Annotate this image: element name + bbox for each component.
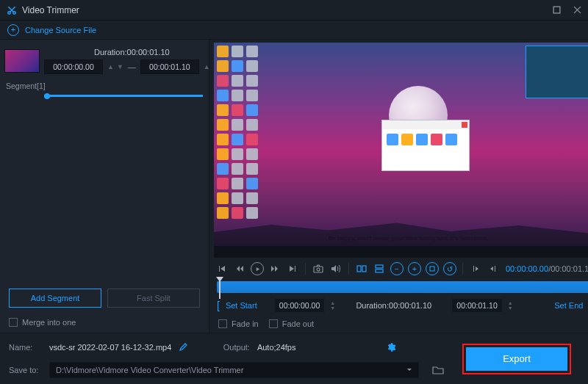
change-source-button[interactable]: + Change Source File — [0, 21, 588, 40]
fade-in-checkbox[interactable] — [218, 319, 227, 328]
name-label: Name: — [9, 343, 42, 352]
maximize-button[interactable] — [551, 5, 562, 15]
duration-label: Duration: — [94, 48, 127, 57]
end-dec[interactable]: ▼ — [508, 305, 513, 311]
name-value: vsdc-sr 2022-02-07 16-12-32.mp4 — [49, 343, 171, 352]
segment-progress[interactable] — [44, 95, 203, 97]
split-h-icon[interactable] — [355, 262, 368, 275]
zoom-in-icon[interactable]: + — [408, 262, 421, 275]
end-inc[interactable]: ▲ — [508, 300, 513, 305]
step-fwd-icon[interactable] — [268, 262, 282, 275]
volume-icon[interactable] — [329, 262, 343, 275]
timeline[interactable] — [217, 281, 588, 293]
step-back-icon[interactable] — [233, 262, 246, 275]
output-settings-icon[interactable] — [386, 342, 396, 352]
mark-out-icon[interactable] — [487, 262, 500, 275]
preview-caption-text: Be happy, don't waste your time being sa… — [328, 235, 489, 242]
svg-rect-7 — [376, 265, 383, 268]
start-inc[interactable]: ▲ — [330, 300, 335, 305]
video-preview[interactable]: Be happy, don't waste your time being sa… — [214, 43, 588, 258]
save-path-text: D:\Vidmore\Vidmore Video Converter\Video… — [56, 366, 401, 374]
svg-point-4 — [317, 268, 320, 271]
set-end-button[interactable]: Set End — [554, 301, 583, 310]
current-time: 00:00:00.00 — [506, 264, 548, 273]
svg-rect-9 — [430, 267, 434, 271]
reset-icon[interactable]: ↺ — [443, 262, 456, 275]
change-source-label: Change Source File — [25, 26, 96, 35]
window-title: Video Trimmer — [22, 5, 551, 15]
merge-label: Merge into one — [22, 318, 76, 327]
trim-duration-label: Duration: — [356, 301, 389, 310]
snapshot-icon[interactable] — [312, 262, 325, 275]
total-time: 00:00:01.10 — [551, 264, 588, 273]
timeline-cursor[interactable] — [216, 277, 223, 282]
export-button[interactable]: Export — [466, 347, 567, 371]
fast-split-button[interactable]: Fast Split — [107, 289, 200, 308]
zoom-out-icon[interactable]: − — [390, 262, 404, 275]
fade-out-label: Fade out — [282, 319, 314, 328]
segment-end-field[interactable]: 00:00:01.10 — [140, 59, 199, 74]
svg-rect-2 — [553, 7, 560, 13]
save-path-field[interactable]: D:\Vidmore\Vidmore Video Converter\Video… — [49, 362, 419, 378]
svg-rect-6 — [362, 266, 366, 272]
svg-rect-8 — [376, 269, 383, 272]
transport-controls: − + ↺ 00:00:00.00/00:00:01.10 — [209, 259, 588, 278]
svg-rect-5 — [357, 266, 361, 272]
edit-name-icon[interactable] — [179, 343, 187, 352]
set-start-button[interactable]: Set Start — [226, 301, 257, 310]
segment-thumbnail[interactable] — [4, 49, 40, 73]
segment-panel: Duration:00:00:01.10 00:00:00.00 ▲▼ — 00… — [0, 40, 209, 333]
mark-in-icon[interactable] — [469, 262, 482, 275]
browse-folder-icon[interactable] — [431, 364, 445, 376]
output-value: Auto;24fps — [257, 343, 296, 352]
trim-start-field[interactable]: 00:00:00.00 — [275, 299, 324, 312]
segment-start-field[interactable]: 00:00:00.00 — [44, 59, 103, 74]
skip-start-icon[interactable] — [215, 262, 229, 275]
output-label: Output: — [223, 343, 250, 352]
zoom-fit-icon[interactable] — [426, 262, 439, 275]
app-logo-icon — [6, 4, 18, 16]
split-v-icon[interactable] — [373, 262, 386, 275]
start-dec[interactable]: ▼ — [330, 305, 335, 311]
segment-label: Segment[1] — [0, 79, 209, 93]
trim-end-field[interactable]: 00:00:01.10 — [452, 299, 501, 312]
save-label: Save to: — [9, 366, 42, 374]
add-segment-button[interactable]: Add Segment — [9, 289, 101, 308]
play-icon[interactable] — [251, 262, 264, 275]
path-dropdown-icon[interactable] — [406, 367, 412, 373]
bracket-left-icon[interactable]: [ — [217, 300, 220, 311]
svg-rect-3 — [314, 267, 323, 272]
plus-icon: + — [7, 24, 19, 36]
export-highlight: Export — [462, 344, 571, 374]
close-button[interactable] — [572, 5, 582, 15]
merge-checkbox[interactable] — [9, 318, 18, 327]
fade-in-label: Fade in — [232, 319, 259, 328]
dash-label: — — [128, 62, 136, 71]
start-down[interactable]: ▼ — [117, 63, 123, 70]
trim-duration-value: 00:00:01.10 — [389, 301, 431, 310]
skip-end-icon[interactable] — [286, 262, 299, 275]
duration-value: 00:00:01.10 — [127, 48, 170, 57]
fade-out-checkbox[interactable] — [269, 319, 278, 328]
start-up[interactable]: ▲ — [107, 63, 114, 70]
